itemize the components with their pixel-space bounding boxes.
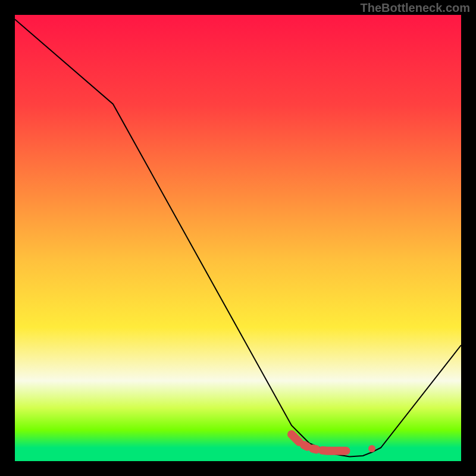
watermark-text: TheBottleneck.com [361,1,470,15]
chart-svg [15,15,461,461]
gradient-background [15,15,461,461]
svg-point-0 [368,445,375,452]
chart-container: TheBottleneck.com [0,0,476,476]
plot-area [15,15,461,461]
